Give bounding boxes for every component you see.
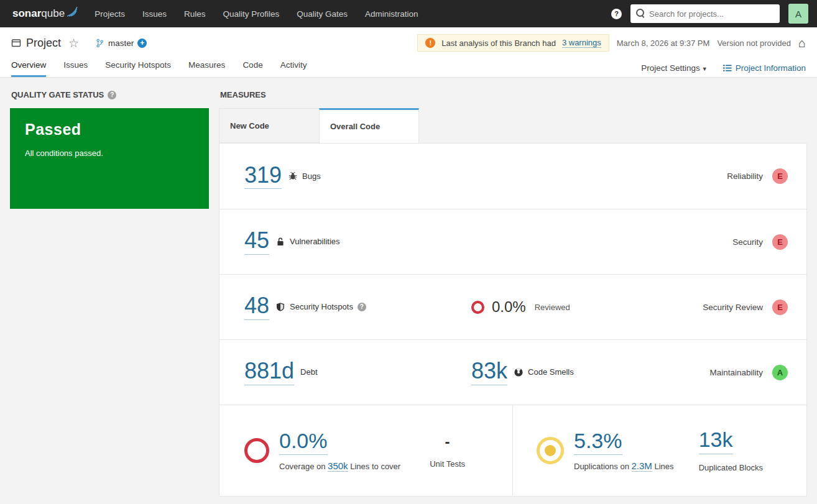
duplications-donut-icon: [537, 437, 564, 464]
nav-links: Projects Issues Rules Quality Profiles Q…: [95, 9, 418, 19]
maintainability-rating-badge[interactable]: A: [772, 365, 788, 380]
project-information-button[interactable]: Project Information: [722, 63, 806, 73]
debt-label: Debt: [300, 367, 317, 377]
quality-gate-help-icon[interactable]: ?: [108, 91, 116, 99]
security-hotspots-row: 48 Security Hotspots ? 0.0% Reviewed: [219, 274, 806, 339]
list-icon: [722, 63, 732, 73]
reviewed-ring-icon: [471, 301, 484, 314]
help-icon[interactable]: ?: [611, 9, 622, 19]
reviewed-value: 0.0%: [492, 298, 526, 316]
nav-item-quality-gates[interactable]: Quality Gates: [297, 9, 348, 19]
tab-security-hotspots[interactable]: Security Hotspots: [105, 60, 171, 77]
unit-tests-group: - Unit Tests: [430, 433, 465, 469]
user-avatar[interactable]: A: [788, 4, 808, 24]
bugs-label: Bugs: [302, 172, 321, 181]
nav-item-rules[interactable]: Rules: [184, 9, 206, 19]
project-icon: [11, 38, 21, 48]
brand-light: qube: [41, 7, 65, 19]
add-branch-icon[interactable]: +: [137, 39, 147, 48]
project-title-group: Project ☆: [11, 36, 79, 50]
search-input[interactable]: [630, 4, 780, 23]
analysis-warning-banner: ! Last analysis of this Branch had 3 war…: [417, 34, 609, 52]
quality-gate-title: QUALITY GATE STATUS: [11, 90, 104, 99]
page-title: Project: [26, 37, 61, 50]
coverage-value-link[interactable]: 0.0%: [279, 430, 328, 456]
coverage-duplications-row: 0.0% Coverage on 350k Lines to cover - U…: [219, 405, 806, 496]
warnings-link[interactable]: 3 warnings: [562, 38, 601, 48]
debt-link[interactable]: 881d: [244, 359, 294, 385]
reliability-rating-badge[interactable]: E: [772, 168, 788, 184]
duplications-caption-prefix: Duplications on: [574, 462, 629, 471]
reviewed-label: Reviewed: [535, 303, 570, 312]
duplicated-blocks-link[interactable]: 13k: [699, 429, 733, 454]
quality-gate-status-card: Passed All conditions passed.: [10, 108, 209, 209]
duplications-value-link[interactable]: 5.3%: [574, 430, 622, 456]
sonarqube-wave-icon: [66, 6, 78, 17]
coverage-ring-icon: [244, 438, 269, 463]
security-review-label: Security Review: [703, 303, 763, 312]
maintainability-label: Maintainability: [709, 368, 763, 377]
coverage-caption-suffix: Lines to cover: [350, 462, 400, 471]
branch-name: master: [108, 39, 134, 48]
brand-bold: sonar: [12, 7, 41, 19]
reliability-label: Reliability: [727, 172, 763, 181]
nav-item-projects[interactable]: Projects: [95, 9, 125, 19]
bugs-row: 319 Bugs Reliability E: [219, 144, 806, 209]
measures-section: MEASURES New Code Overall Code 319 Bugs: [219, 88, 807, 497]
nav-item-quality-profiles[interactable]: Quality Profiles: [223, 9, 279, 19]
tab-activity[interactable]: Activity: [280, 60, 307, 77]
tab-overview[interactable]: Overview: [11, 60, 46, 77]
hotspots-label: Security Hotspots: [290, 302, 353, 311]
lines-to-cover-link[interactable]: 350k: [328, 460, 348, 472]
maintainability-row: 881d Debt 83k Code Smells: [219, 339, 806, 405]
coverage-caption-prefix: Coverage on: [279, 462, 325, 471]
branch-selector[interactable]: master +: [95, 39, 147, 48]
quality-gate-section: QUALITY GATE STATUS ? Passed All conditi…: [10, 88, 209, 497]
security-label: Security: [732, 237, 763, 247]
security-rating-badge[interactable]: E: [772, 234, 788, 250]
code-smells-link[interactable]: 83k: [471, 359, 507, 385]
vulnerabilities-count-link[interactable]: 45: [244, 229, 269, 255]
quality-gate-status: Passed: [25, 121, 194, 139]
bug-icon: [288, 171, 298, 181]
warning-text: Last analysis of this Branch had: [441, 39, 556, 48]
tab-overall-code[interactable]: Overall Code: [319, 108, 419, 143]
bugs-count-link[interactable]: 319: [244, 163, 282, 190]
sonarqube-logo[interactable]: sonarqube: [12, 7, 78, 20]
search-icon: [636, 9, 643, 16]
duplication-lines-link[interactable]: 2.3M: [632, 460, 652, 472]
overview-content: QUALITY GATE STATUS ? Passed All conditi…: [0, 78, 817, 504]
project-settings-dropdown[interactable]: Project Settings▼: [641, 63, 707, 73]
hotspots-help-icon[interactable]: ?: [358, 303, 366, 311]
measures-tabs: New Code Overall Code: [219, 108, 807, 143]
version-label: Version not provided: [717, 39, 791, 48]
tab-issues[interactable]: Issues: [63, 60, 88, 77]
top-navbar: sonarqube Projects Issues Rules Quality …: [0, 0, 817, 27]
code-smells-icon: [514, 367, 524, 377]
security-review-rating-badge[interactable]: E: [772, 300, 788, 315]
tab-measures[interactable]: Measures: [188, 60, 225, 77]
analysis-date: March 8, 2026 at 9:37 PM: [617, 39, 710, 48]
measures-panel: 319 Bugs Reliability E: [219, 143, 807, 497]
nav-item-administration[interactable]: Administration: [365, 9, 418, 19]
tab-code[interactable]: Code: [242, 60, 262, 77]
project-header: Project ☆ master + ! Last analysis of th…: [0, 27, 817, 78]
hotspots-count-link[interactable]: 48: [244, 294, 269, 320]
duplications-caption-suffix: Lines: [655, 462, 674, 471]
code-smells-label: Code Smells: [528, 367, 574, 377]
homepage-icon[interactable]: ⌂: [798, 37, 806, 49]
nav-item-issues[interactable]: Issues: [142, 9, 167, 19]
lock-icon: [275, 237, 285, 247]
measures-title: MEASURES: [220, 90, 266, 99]
vulnerabilities-label: Vulnerabilities: [290, 237, 339, 246]
unit-tests-value: -: [445, 433, 450, 451]
nav-right-group: ? A: [611, 4, 808, 24]
chevron-down-icon: ▼: [702, 66, 708, 72]
tab-new-code[interactable]: New Code: [219, 108, 319, 143]
shield-icon: [275, 302, 285, 312]
project-settings-label: Project Settings: [641, 63, 700, 73]
favorite-star-icon[interactable]: ☆: [68, 36, 79, 50]
quality-gate-description: All conditions passed.: [25, 149, 194, 158]
search-box: [630, 4, 780, 23]
unit-tests-label: Unit Tests: [430, 459, 465, 469]
